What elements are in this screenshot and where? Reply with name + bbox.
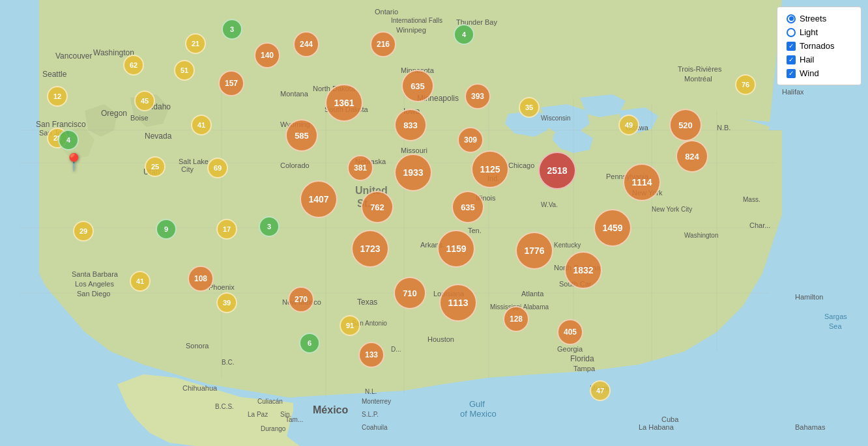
- cluster-c36[interactable]: 9: [156, 219, 177, 240]
- checkbox-tornados[interactable]: [787, 42, 796, 51]
- cluster-c22[interactable]: 309: [457, 127, 484, 153]
- overlay-hail[interactable]: Hail: [787, 55, 852, 64]
- overlay-wind-label: Wind: [800, 68, 819, 78]
- cluster-c14[interactable]: 45: [134, 91, 155, 111]
- cluster-c19[interactable]: 520: [669, 109, 702, 141]
- svg-text:Los Angeles: Los Angeles: [75, 280, 114, 288]
- cluster-c47[interactable]: 39: [216, 292, 237, 313]
- svg-text:Ontario: Ontario: [375, 8, 398, 16]
- cluster-c41[interactable]: 1776: [515, 232, 553, 270]
- cluster-c42[interactable]: 1459: [594, 209, 631, 247]
- svg-text:México: México: [313, 404, 348, 415]
- cluster-c2[interactable]: 21: [185, 33, 206, 54]
- cluster-c48[interactable]: 270: [288, 286, 314, 313]
- svg-text:B.C.: B.C.: [222, 359, 234, 366]
- legend-panel: Streets Light Tornados Hail Wind: [777, 7, 861, 85]
- svg-text:New York City: New York City: [652, 206, 692, 213]
- cluster-c20[interactable]: 41: [191, 115, 212, 135]
- cluster-c13[interactable]: 12: [47, 86, 68, 107]
- svg-text:of Mexico: of Mexico: [460, 409, 497, 419]
- cluster-c50[interactable]: 1113: [439, 284, 477, 322]
- basemap-light[interactable]: Light: [787, 27, 852, 37]
- svg-text:N.B.: N.B.: [717, 124, 731, 132]
- cluster-c52[interactable]: 405: [557, 319, 583, 345]
- svg-text:Texas: Texas: [357, 298, 377, 307]
- cluster-c26[interactable]: 69: [207, 158, 228, 178]
- svg-text:N.L.: N.L.: [365, 388, 377, 395]
- svg-text:Culiacán: Culiacán: [257, 398, 283, 405]
- cluster-c21[interactable]: 585: [285, 119, 318, 152]
- cluster-c51[interactable]: 128: [503, 306, 529, 332]
- cluster-c8[interactable]: 62: [123, 55, 144, 76]
- cluster-c54[interactable]: 6: [299, 333, 320, 354]
- cluster-c46[interactable]: 41: [130, 271, 151, 292]
- cluster-c9[interactable]: 157: [218, 70, 244, 96]
- checkbox-hail[interactable]: [787, 55, 796, 64]
- svg-text:Georgia: Georgia: [557, 345, 583, 353]
- overlay-wind[interactable]: Wind: [787, 68, 852, 78]
- svg-text:Washington: Washington: [684, 232, 718, 239]
- cluster-c49[interactable]: 710: [394, 277, 426, 309]
- cluster-c6[interactable]: 4: [454, 24, 474, 45]
- basemap-light-label: Light: [800, 27, 818, 37]
- cluster-c29[interactable]: 1125: [471, 150, 509, 188]
- basemap-streets-label: Streets: [800, 14, 826, 23]
- svg-text:Seattle: Seattle: [42, 70, 67, 79]
- cluster-c35[interactable]: 635: [452, 191, 484, 223]
- cluster-c18[interactable]: 49: [618, 115, 639, 135]
- svg-text:Sea: Sea: [829, 322, 842, 330]
- svg-text:Tam...: Tam...: [285, 416, 303, 423]
- cluster-c7[interactable]: 51: [174, 60, 195, 81]
- svg-text:Montréal: Montréal: [684, 75, 712, 83]
- cluster-c38[interactable]: 3: [259, 216, 280, 237]
- cluster-c16[interactable]: 833: [394, 109, 427, 141]
- svg-text:Kentucky: Kentucky: [554, 242, 581, 249]
- cluster-c37[interactable]: 17: [216, 219, 237, 240]
- checkbox-wind[interactable]: [787, 69, 796, 78]
- cluster-c34[interactable]: 762: [361, 191, 394, 223]
- svg-text:Monterrey: Monterrey: [362, 398, 391, 405]
- overlay-tornados[interactable]: Tornados: [787, 41, 852, 51]
- cluster-c53[interactable]: 91: [340, 315, 360, 336]
- radio-streets[interactable]: [787, 14, 796, 23]
- cluster-c40[interactable]: 1159: [437, 230, 475, 268]
- cluster-c5[interactable]: 216: [370, 31, 396, 57]
- map-container: United St... México Gulf of Mexico Sarga…: [0, 0, 868, 446]
- cluster-c56[interactable]: 47: [590, 380, 611, 401]
- cluster-c10[interactable]: 635: [401, 70, 434, 102]
- svg-text:Tampa: Tampa: [573, 365, 596, 372]
- svg-text:City: City: [181, 165, 194, 173]
- cluster-c3[interactable]: 140: [254, 42, 280, 68]
- svg-text:Montana: Montana: [280, 90, 309, 98]
- cluster-c11[interactable]: 393: [465, 83, 491, 109]
- svg-text:Ten.: Ten.: [468, 227, 482, 234]
- svg-text:Gulf: Gulf: [469, 399, 485, 409]
- cluster-c15[interactable]: 1361: [325, 84, 363, 122]
- svg-text:Oregon: Oregon: [101, 109, 127, 118]
- cluster-c25[interactable]: 25: [145, 156, 166, 177]
- svg-text:Santa Barbara: Santa Barbara: [72, 270, 119, 278]
- cluster-c32[interactable]: 824: [676, 140, 708, 173]
- cluster-c55[interactable]: 133: [358, 342, 384, 368]
- cluster-c43[interactable]: 1832: [564, 251, 602, 289]
- radio-light[interactable]: [787, 28, 796, 37]
- cluster-c44[interactable]: 29: [73, 221, 94, 242]
- svg-text:Cuba: Cuba: [661, 415, 679, 423]
- svg-text:Mass.: Mass.: [743, 196, 760, 203]
- cluster-c12[interactable]: 76: [735, 74, 756, 95]
- svg-text:San Diego: San Diego: [77, 290, 110, 298]
- cluster-c28[interactable]: 1933: [394, 154, 432, 191]
- basemap-streets[interactable]: Streets: [787, 14, 852, 23]
- cluster-c33[interactable]: 1407: [300, 180, 338, 218]
- cluster-c31[interactable]: 1114: [623, 163, 661, 201]
- cluster-c27[interactable]: 381: [347, 155, 373, 181]
- svg-text:Chicago: Chicago: [508, 161, 534, 169]
- cluster-c1[interactable]: 3: [222, 19, 242, 40]
- cluster-c45[interactable]: 108: [188, 266, 214, 292]
- cluster-c4[interactable]: 244: [293, 31, 319, 57]
- cluster-c17[interactable]: 35: [519, 97, 540, 118]
- cluster-c30[interactable]: 2518: [538, 152, 576, 189]
- cluster-c24[interactable]: 4: [58, 130, 79, 150]
- location-pin[interactable]: 📍: [63, 152, 84, 173]
- cluster-c39[interactable]: 1723: [351, 230, 389, 268]
